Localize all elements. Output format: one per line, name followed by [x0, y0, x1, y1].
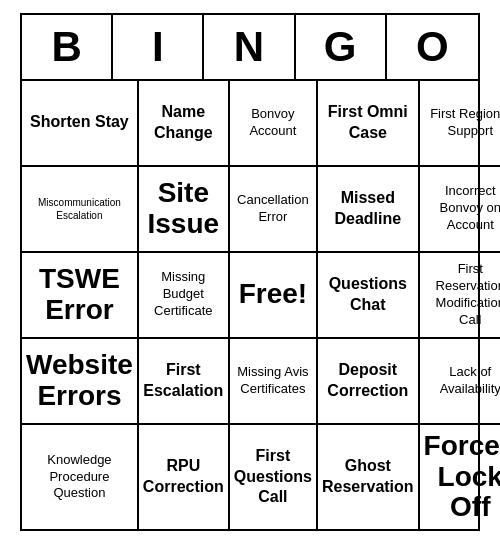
bingo-cell-4: First Regional Support [420, 81, 500, 167]
bingo-cell-19: Lack of Availability [420, 339, 500, 425]
cell-text-8: Missed Deadline [322, 188, 414, 230]
bingo-cell-9: Incorrect Bonvoy on Account [420, 167, 500, 253]
cell-text-16: First Escalation [143, 360, 224, 402]
cell-text-23: Ghost Reservation [322, 456, 414, 498]
bingo-cell-22: First Questions Call [230, 425, 318, 529]
bingo-cell-7: Cancellation Error [230, 167, 318, 253]
bingo-cell-24: Forced Lock Off [420, 425, 500, 529]
cell-text-11: Missing Budget Certificate [143, 269, 224, 320]
bingo-header: BINGO [22, 15, 478, 81]
bingo-cell-16: First Escalation [139, 339, 230, 425]
cell-text-24: Forced Lock Off [424, 431, 500, 523]
bingo-letter-n: N [204, 15, 295, 79]
cell-text-19: Lack of Availability [424, 364, 500, 398]
bingo-cell-21: RPU Correction [139, 425, 230, 529]
bingo-letter-i: I [113, 15, 204, 79]
cell-text-12: Free! [239, 279, 307, 310]
cell-text-6: Site Issue [143, 178, 224, 240]
bingo-cell-8: Missed Deadline [318, 167, 420, 253]
bingo-cell-17: Missing Avis Certificates [230, 339, 318, 425]
cell-text-0: Shorten Stay [30, 112, 129, 133]
bingo-cell-20: Knowledge Procedure Question [22, 425, 139, 529]
bingo-letter-g: G [296, 15, 387, 79]
bingo-cell-6: Site Issue [139, 167, 230, 253]
cell-text-15: Website Errors [26, 350, 133, 412]
cell-text-10: TSWE Error [26, 264, 133, 326]
cell-text-22: First Questions Call [234, 446, 312, 508]
cell-text-4: First Regional Support [424, 106, 500, 140]
cell-text-3: First Omni Case [322, 102, 414, 144]
bingo-cell-10: TSWE Error [22, 253, 139, 339]
bingo-cell-18: Deposit Correction [318, 339, 420, 425]
bingo-cell-14: First Reservation Modification Call [420, 253, 500, 339]
cell-text-1: Name Change [143, 102, 224, 144]
cell-text-13: Questions Chat [322, 274, 414, 316]
cell-text-20: Knowledge Procedure Question [26, 452, 133, 503]
bingo-cell-11: Missing Budget Certificate [139, 253, 230, 339]
cell-text-2: Bonvoy Account [234, 106, 312, 140]
bingo-cell-23: Ghost Reservation [318, 425, 420, 529]
bingo-cell-0: Shorten Stay [22, 81, 139, 167]
bingo-letter-b: B [22, 15, 113, 79]
bingo-grid: Shorten StayName ChangeBonvoy AccountFir… [22, 81, 478, 529]
bingo-cell-5: Miscommunication Escalation [22, 167, 139, 253]
bingo-cell-2: Bonvoy Account [230, 81, 318, 167]
cell-text-9: Incorrect Bonvoy on Account [424, 183, 500, 234]
bingo-cell-3: First Omni Case [318, 81, 420, 167]
bingo-cell-13: Questions Chat [318, 253, 420, 339]
bingo-cell-15: Website Errors [22, 339, 139, 425]
cell-text-17: Missing Avis Certificates [234, 364, 312, 398]
bingo-card: BINGO Shorten StayName ChangeBonvoy Acco… [20, 13, 480, 531]
bingo-cell-1: Name Change [139, 81, 230, 167]
cell-text-7: Cancellation Error [234, 192, 312, 226]
bingo-cell-12: Free! [230, 253, 318, 339]
cell-text-14: First Reservation Modification Call [424, 261, 500, 329]
cell-text-5: Miscommunication Escalation [26, 196, 133, 222]
cell-text-18: Deposit Correction [322, 360, 414, 402]
cell-text-21: RPU Correction [143, 456, 224, 498]
bingo-letter-o: O [387, 15, 478, 79]
